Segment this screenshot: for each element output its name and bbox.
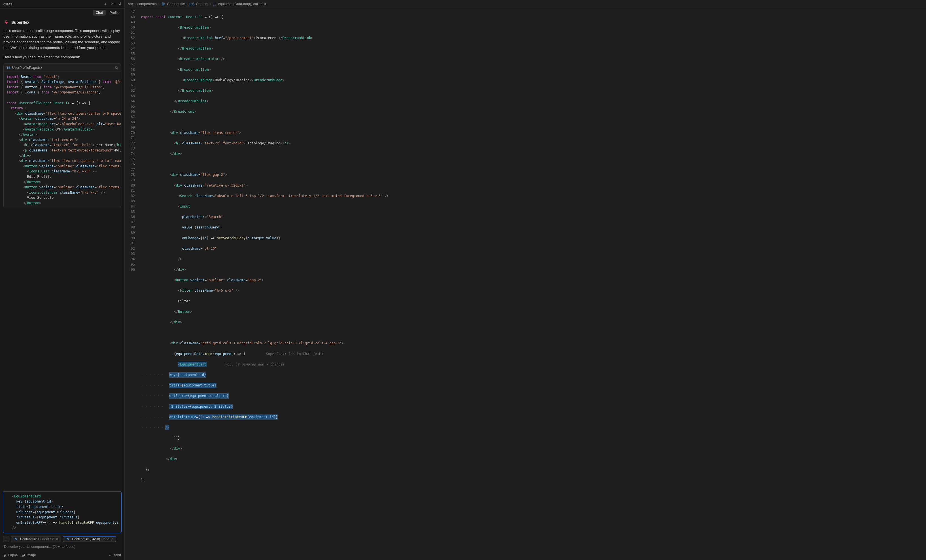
breadcrumb-segment[interactable]: src (128, 2, 133, 6)
editor-code[interactable]: export const Content: React.FC = () => {… (139, 8, 926, 560)
chat-footer: Figma Image ↵ send (0, 551, 124, 560)
figma-button[interactable]: Figma (3, 553, 18, 557)
git-blame-annotation: You, 49 minutes ago • Changes (225, 362, 284, 366)
codelens-add-to-chat[interactable]: Superflex: Add to Chat (⌘+M) (266, 352, 323, 356)
chevron-right-icon: › (210, 2, 211, 6)
popout-icon[interactable]: ⇲ (118, 2, 121, 7)
chat-panel: CHAT ＋ ⟳ ⇲ Chat Profile Superflex Let's … (0, 0, 125, 560)
breadcrumb-segment[interactable]: Content (196, 2, 208, 6)
assistant-name: Superflex (11, 20, 29, 25)
code-card: TSUserProfilePage.tsx ⧉ import React fro… (3, 63, 121, 208)
react-file-icon (161, 2, 165, 6)
add-context-button[interactable]: + (3, 536, 9, 542)
svg-point-7 (163, 3, 163, 4)
chevron-right-icon: › (135, 2, 136, 6)
chevron-right-icon: › (186, 2, 188, 6)
assistant-paragraph-2: Here's how you can implement the compone… (3, 54, 121, 60)
chat-header: CHAT ＋ ⟳ ⇲ (0, 0, 124, 9)
chat-tabs: Chat Profile (0, 9, 124, 17)
image-icon (21, 554, 25, 557)
tab-profile[interactable]: Profile (107, 10, 122, 15)
image-button[interactable]: Image (21, 553, 36, 557)
tab-chat[interactable]: Chat (93, 10, 106, 15)
context-chip-selection[interactable]: TS Content.tsx (84-90) Code ✕ (63, 536, 116, 542)
editor-panel: src › components › Content.tsx › [◇] Con… (125, 0, 926, 560)
chat-body: Superflex Let's create a user profile pa… (0, 17, 124, 489)
breadcrumb-segment[interactable]: Content.tsx (167, 2, 185, 6)
copy-icon[interactable]: ⧉ (115, 65, 118, 70)
send-button[interactable]: ↵ send (109, 553, 121, 557)
chat-input-selection[interactable]: <EquipmentCard key={equipment.id} title=… (3, 491, 121, 533)
assistant-paragraph-1: Let's create a user profile page compone… (3, 28, 121, 51)
code-card-filename: TSUserProfilePage.tsx (6, 66, 42, 69)
chat-input-placeholder[interactable]: Describe your UI component... (⌘+; to fo… (0, 544, 124, 551)
close-icon[interactable]: ✕ (111, 537, 114, 541)
svg-point-4 (4, 556, 5, 557)
breadcrumb-segment[interactable]: equipmentData.map() callback (218, 2, 266, 6)
svg-point-3 (5, 555, 6, 556)
close-icon[interactable]: ✕ (56, 537, 59, 541)
chevron-right-icon: › (158, 2, 159, 6)
editor-breadcrumb[interactable]: src › components › Content.tsx › [◇] Con… (125, 0, 926, 8)
context-chip-current-file[interactable]: TS Content.tsx Current file ✕ (11, 536, 61, 542)
refresh-icon[interactable]: ⟳ (111, 2, 114, 7)
enter-icon: ↵ (109, 553, 112, 557)
chat-title: CHAT (3, 3, 12, 6)
line-number-gutter[interactable]: 4748495051525354555657585960616263646566… (125, 8, 139, 560)
chat-code-block[interactable]: import React from 'react'; import { Avat… (4, 72, 121, 208)
symbol-variable-icon: [◇] (189, 2, 194, 6)
symbol-method-icon: ⬚ (213, 2, 216, 6)
new-chat-icon[interactable]: ＋ (103, 2, 107, 7)
figma-icon (3, 554, 7, 557)
superflex-logo-icon (3, 20, 9, 25)
breadcrumb-segment[interactable]: components (138, 2, 157, 6)
context-row: + TS Content.tsx Current file ✕ TS Conte… (0, 534, 124, 544)
